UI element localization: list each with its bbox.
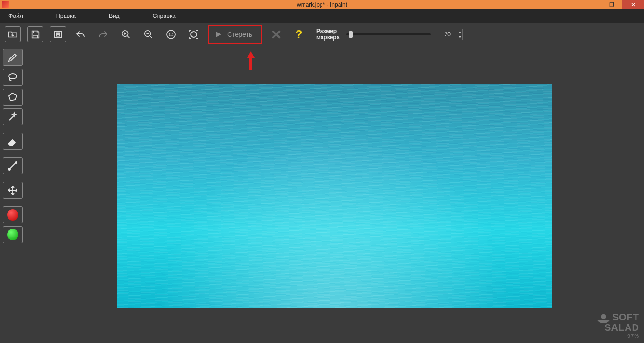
sidebar <box>0 46 25 343</box>
svg-point-8 <box>9 74 17 79</box>
canvas-area <box>25 46 644 343</box>
brand-watermark: SOFT SALAD 97% <box>596 313 639 340</box>
undo-icon <box>75 29 86 40</box>
zoom-fit-icon <box>188 29 199 40</box>
zoom-in-icon <box>121 29 131 40</box>
marker-size-steppers[interactable]: ▲▼ <box>457 29 462 40</box>
menu-help[interactable]: Справка <box>148 13 181 19</box>
polygon-icon <box>7 91 18 103</box>
open-icon <box>8 29 18 40</box>
zoom-out-icon <box>143 29 154 40</box>
help-button[interactable]: ? <box>291 26 307 42</box>
marker-icon <box>7 52 18 63</box>
zoom-in-button[interactable] <box>118 26 134 42</box>
zoom-fit-button[interactable] <box>186 26 202 42</box>
line-icon <box>7 160 18 172</box>
menu-view[interactable]: Вид <box>104 13 124 19</box>
paste-icon <box>53 29 63 40</box>
menubar: Файл Правка Вид Справка <box>0 9 644 23</box>
window-buttons: — ❐ ✕ <box>579 0 644 9</box>
tool-marker[interactable] <box>3 49 23 66</box>
cancel-icon <box>271 29 281 40</box>
minimize-button[interactable]: — <box>579 0 601 9</box>
menu-edit[interactable]: Правка <box>51 13 81 19</box>
tool-eraser[interactable] <box>3 133 23 150</box>
maximize-button[interactable]: ❐ <box>601 0 622 9</box>
redo-button[interactable] <box>95 26 111 42</box>
erase-button[interactable]: Стереть <box>208 25 262 44</box>
erase-label: Стереть <box>227 31 252 38</box>
play-icon <box>214 30 223 39</box>
green-dot-icon <box>7 229 18 240</box>
window-title: wmark.jpg* - Inpaint <box>297 1 347 8</box>
save-icon <box>30 29 41 40</box>
color-red[interactable] <box>3 206 23 223</box>
move-icon <box>7 185 18 196</box>
magic-wand-icon <box>7 111 18 122</box>
tool-move[interactable] <box>3 182 23 199</box>
paste-button[interactable] <box>50 26 66 42</box>
eraser-icon <box>7 136 18 147</box>
marker-size-slider[interactable] <box>346 33 431 35</box>
tool-lasso[interactable] <box>3 69 23 86</box>
marker-size-field[interactable] <box>438 31 457 38</box>
slider-thumb[interactable] <box>349 31 353 38</box>
marker-size-label: Размер маркера <box>316 28 339 41</box>
tool-magic-wand[interactable] <box>3 108 23 125</box>
marker-size-input[interactable]: ▲▼ <box>438 29 463 40</box>
svg-point-7 <box>191 32 197 37</box>
brand-logo-icon <box>596 314 611 323</box>
save-button[interactable] <box>27 26 43 42</box>
svg-rect-0 <box>55 31 62 37</box>
close-button[interactable]: ✕ <box>622 0 644 9</box>
zoom-actual-button[interactable]: 1:1 <box>163 26 179 42</box>
tool-line[interactable] <box>3 157 23 174</box>
water-texture-2 <box>117 84 552 308</box>
color-green[interactable] <box>3 226 23 243</box>
app-icon <box>2 1 9 8</box>
undo-button[interactable] <box>73 26 89 42</box>
workarea <box>0 46 644 343</box>
zoom-out-button[interactable] <box>140 26 157 42</box>
red-dot-icon <box>7 209 18 220</box>
svg-rect-1 <box>56 33 59 36</box>
tool-polygon[interactable] <box>3 89 23 106</box>
svg-text:1:1: 1:1 <box>168 33 174 37</box>
zoom-actual-icon: 1:1 <box>165 29 177 40</box>
image-canvas[interactable] <box>117 84 552 308</box>
lasso-icon <box>7 72 18 83</box>
titlebar: wmark.jpg* - Inpaint — ❐ ✕ <box>0 0 644 9</box>
open-button[interactable] <box>5 26 21 42</box>
cancel-button[interactable] <box>268 26 284 42</box>
toolbar: 1:1 Стереть ? Размер маркера ▲▼ <box>0 23 644 46</box>
menu-file[interactable]: Файл <box>4 13 28 19</box>
redo-icon <box>98 29 109 40</box>
help-icon: ? <box>296 28 303 41</box>
svg-point-2 <box>57 33 58 35</box>
